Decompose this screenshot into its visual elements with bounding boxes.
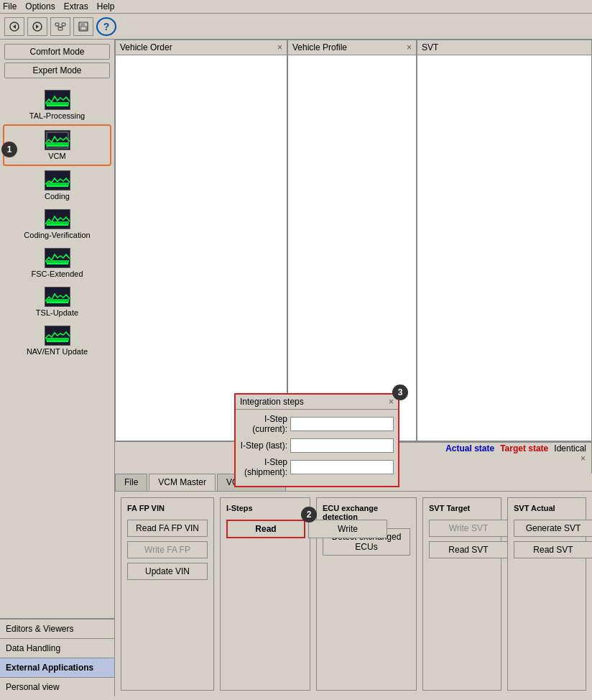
vehicle-profile-title: Vehicle Profile (292, 42, 347, 52)
svg-marker-1 (13, 24, 16, 29)
svt-target-title: SVT Target (429, 504, 495, 512)
write-button[interactable]: Write (308, 520, 387, 538)
tal-processing-icon (45, 90, 70, 110)
generate-svt-button[interactable]: Generate SVT (514, 520, 592, 537)
coding-label: Coding (45, 192, 70, 201)
annotation-badge-1: 1 (1, 142, 17, 157)
main-layout: Comfort Mode Expert Mode 1 TAL-Processin… (0, 40, 592, 696)
expert-mode-button[interactable]: Expert Mode (4, 63, 110, 78)
nav-ent-update-icon (45, 326, 70, 346)
tab-file[interactable]: File (115, 474, 147, 491)
fa-fp-vin-title: FA FP VIN (127, 504, 208, 512)
svg-rect-4 (55, 23, 59, 26)
svg-rect-11 (80, 27, 86, 30)
update-vin-button[interactable]: Update VIN (127, 563, 208, 580)
sidebar-item-vcm[interactable]: VCM (3, 124, 111, 166)
integration-steps-header: Integration steps × (236, 395, 398, 410)
svg-rect-15 (45, 171, 70, 190)
svt-target-group: SVT Target Write SVT Read SVT (422, 497, 501, 691)
istep-current-row: I-Step (current): (240, 414, 394, 434)
menu-help[interactable]: Help (97, 1, 115, 11)
istep-shipment-row: I-Step (shipment): (240, 457, 394, 477)
help-button[interactable]: ? (96, 17, 116, 36)
istep-current-input[interactable] (290, 417, 394, 431)
sidebar-item-tal-processing[interactable]: TAL-Processing (3, 86, 111, 124)
svg-rect-6 (58, 27, 63, 30)
forward-button[interactable] (27, 17, 47, 36)
menu-bar: File Options Extras Help (0, 0, 592, 14)
vcm-master-content: FA FP VIN Read FA FP VIN Write FA FP Upd… (115, 492, 592, 696)
save-button[interactable] (73, 17, 93, 36)
top-panels: Vehicle Order × Vehicle Profile × SVT (115, 40, 592, 442)
read-svt-actual-button[interactable]: Read SVT (514, 541, 592, 558)
sidebar-bottom: Editors & Viewers Data Handling External… (0, 618, 114, 696)
i-steps-group: I-Steps Read Write 2 (220, 497, 310, 691)
tal-processing-label: TAL-Processing (29, 111, 85, 120)
target-state-label: Target state (500, 443, 548, 453)
coding-icon (45, 170, 70, 190)
svt-actual-title: SVT Actual (514, 504, 580, 512)
read-button[interactable]: Read (226, 520, 305, 538)
read-svt-target-button[interactable]: Read SVT (429, 541, 508, 558)
menu-options[interactable]: Options (25, 1, 55, 11)
svg-rect-5 (62, 23, 65, 26)
vehicle-profile-content (288, 55, 416, 441)
fa-fp-vin-group: FA FP VIN Read FA FP VIN Write FA FP Upd… (121, 497, 214, 691)
i-steps-title: I-Steps (226, 504, 304, 512)
menu-file[interactable]: File (3, 1, 17, 11)
fsc-extended-label: FSC-Extended (31, 270, 83, 278)
network-button[interactable] (50, 17, 70, 36)
sidebar-item-nav-ent-update[interactable]: NAV/ENT Update (3, 321, 111, 360)
sidebar-items: 1 TAL-Processing (0, 83, 114, 618)
integration-steps-box: Integration steps × I-Step (current): I-… (234, 393, 399, 487)
write-fa-fp-button[interactable]: Write FA FP (127, 541, 208, 558)
write-svt-button[interactable]: Write SVT (429, 520, 508, 537)
coding-verification-icon (45, 209, 70, 229)
svt-header: SVT (417, 40, 591, 55)
bottom-area: File VCM Master VCM Backup FA FP VIN Rea… (115, 471, 592, 696)
svg-marker-3 (36, 24, 39, 29)
annotation-badge-3: 3 (392, 384, 408, 400)
external-applications-button[interactable]: External Applications (0, 658, 114, 677)
vcm-label: VCM (48, 152, 65, 160)
data-handling-button[interactable]: Data Handling (0, 638, 114, 658)
annotation-badge-2: 2 (301, 507, 317, 522)
sidebar-item-tsl-update[interactable]: TSL-Update (3, 282, 111, 321)
tsl-update-icon (45, 287, 70, 307)
tab-vcm-master[interactable]: VCM Master (149, 474, 216, 491)
back-button[interactable] (4, 17, 24, 36)
sidebar-item-coding-verification[interactable]: Coding-Verification (3, 205, 111, 244)
vcm-icon (45, 130, 70, 150)
sidebar: Comfort Mode Expert Mode 1 TAL-Processin… (0, 40, 115, 696)
integration-steps-title: Integration steps (240, 397, 304, 407)
svg-rect-10 (80, 22, 85, 26)
comfort-mode-button[interactable]: Comfort Mode (4, 44, 110, 60)
istep-last-label: I-Step (last): (240, 441, 287, 451)
istep-last-input[interactable] (290, 438, 394, 453)
tsl-update-label: TSL-Update (36, 308, 78, 317)
istep-shipment-label: I-Step (shipment): (240, 457, 287, 477)
sidebar-item-coding[interactable]: Coding (3, 166, 111, 205)
vehicle-order-panel: Vehicle Order × (115, 40, 287, 441)
personal-view-button[interactable]: Personal view (0, 677, 114, 696)
toolbar: ? (0, 14, 592, 40)
vehicle-profile-close[interactable]: × (407, 42, 412, 52)
vehicle-order-title: Vehicle Order (120, 42, 172, 52)
ecu-exchange-title: ECU exchange detection (323, 504, 410, 521)
integration-steps-close[interactable]: × (389, 397, 394, 407)
editors-viewers-button[interactable]: Editors & Viewers (0, 619, 114, 638)
vehicle-order-header: Vehicle Order × (116, 40, 287, 55)
nav-ent-update-label: NAV/ENT Update (27, 347, 88, 356)
istep-shipment-input[interactable] (290, 460, 394, 474)
read-fa-fp-vin-button[interactable]: Read FA FP VIN (127, 520, 208, 537)
sidebar-top: Comfort Mode Expert Mode (0, 40, 114, 83)
vehicle-order-close[interactable]: × (277, 42, 282, 52)
svt-content (417, 55, 591, 441)
menu-extras[interactable]: Extras (64, 1, 88, 11)
content-area: Vehicle Order × Vehicle Profile × SVT (115, 40, 592, 696)
istep-current-label: I-Step (current): (240, 414, 287, 434)
sidebar-item-fsc-extended[interactable]: FSC-Extended (3, 244, 111, 282)
svt-title: SVT (422, 42, 438, 52)
integration-steps-content: I-Step (current): I-Step (last): I-Step … (236, 410, 398, 486)
identical-label: Identical (554, 443, 586, 453)
